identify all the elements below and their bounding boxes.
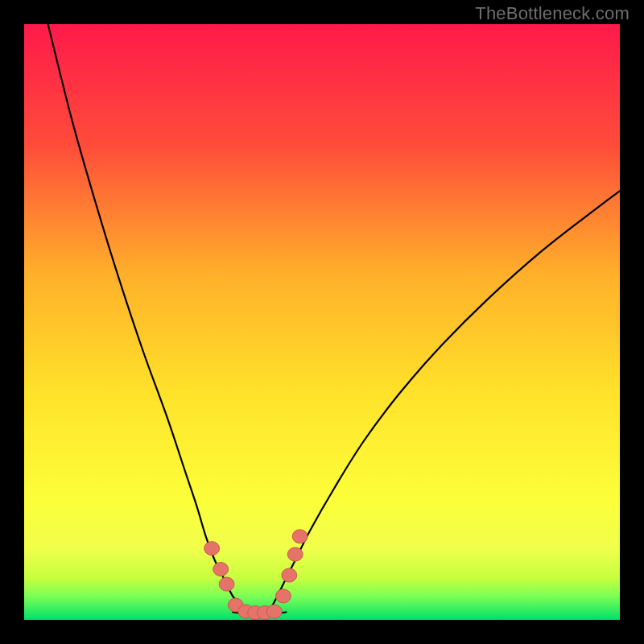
plot-area [24, 24, 620, 620]
series-left-curve [48, 24, 248, 612]
series-right-curve [268, 191, 620, 612]
watermark-text: TheBottleneck.com [475, 3, 630, 24]
marker-point [213, 563, 229, 576]
chart-canvas [24, 24, 620, 620]
marker-point [204, 542, 220, 555]
marker-point [282, 568, 297, 582]
marker-point [219, 577, 234, 591]
marker-point [275, 589, 291, 603]
marker-point [266, 605, 282, 618]
marker-point [287, 547, 303, 561]
outer-frame: TheBottleneck.com [0, 0, 644, 644]
marker-point [292, 530, 308, 543]
